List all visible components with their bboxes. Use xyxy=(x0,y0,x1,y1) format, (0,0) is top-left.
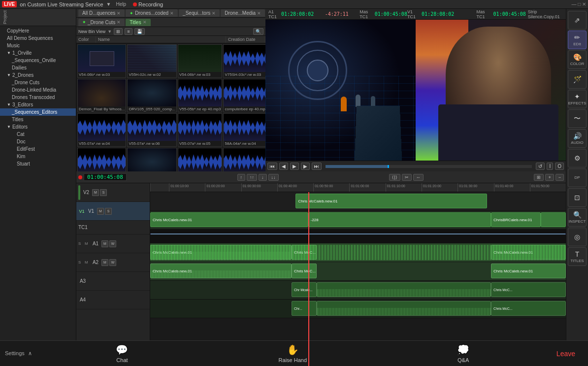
square-btn[interactable]: ⊡ xyxy=(568,188,587,207)
raise-hand-btn[interactable]: ✋ Raise Hand xyxy=(207,342,378,365)
splice-btn[interactable]: ↓ xyxy=(259,174,267,181)
search-btn[interactable]: 🔍 xyxy=(253,28,263,35)
edit-btn[interactable]: ✏ EDIt xyxy=(568,31,587,49)
tree-item-editors[interactable]: ▼ Editors xyxy=(0,123,76,131)
tree-item-drones-transcoded[interactable]: Drones Transcoded xyxy=(0,94,76,101)
thumb-item[interactable]: ORV105_055 050_comp... xyxy=(127,148,177,171)
a1-clip2[interactable]: Chris McC... xyxy=(292,245,317,260)
a1-mute-btn[interactable]: M xyxy=(101,240,108,247)
thumb-item[interactable]: V55-07c*.ne w.03 xyxy=(77,148,126,171)
tree-item-titles[interactable]: Titles xyxy=(0,116,76,123)
v1-clip1[interactable]: Chris McCaleb.new.01 xyxy=(150,212,308,227)
tab-close-icon[interactable]: ✕ xyxy=(257,11,261,16)
record-monitor[interactable] xyxy=(416,20,566,161)
thumb-item[interactable]: V55H-02c.ne w.02 xyxy=(127,44,177,78)
a2-clip1[interactable]: Chris McCaleb.new.01 xyxy=(150,264,292,278)
wave-btn[interactable]: 〜 xyxy=(568,109,587,128)
thumb-item[interactable]: V54-06b*.ne w.03 xyxy=(77,44,126,78)
qa-btn[interactable]: 💭 Q&A xyxy=(378,342,549,365)
grid-view-btn[interactable]: ⊞ xyxy=(114,28,123,35)
bin-tab-titles[interactable]: Titles ✕ xyxy=(126,19,151,26)
bin-tab-dronecuts[interactable]: ✦ _Drone Cuts ✕ xyxy=(78,19,125,26)
target-btn[interactable]: ◎ xyxy=(568,228,587,246)
rewind-to-start-btn[interactable]: ⏮ xyxy=(267,163,277,170)
a2-clip3[interactable]: Chris McCaleb.new.01 xyxy=(491,264,566,278)
thumb-item[interactable]: V55-05b*.ne ep 40.mp3 xyxy=(178,79,223,112)
color-btn[interactable]: 🎨 COLOR xyxy=(568,50,587,69)
tree-item-music[interactable]: Music xyxy=(0,42,76,49)
lift-btn[interactable]: ↑ xyxy=(237,174,246,181)
v2-solo-btn[interactable]: S xyxy=(100,189,107,196)
v1-solo-btn[interactable]: S xyxy=(105,208,112,215)
a1-clip1[interactable]: Chris McCaleb.new.01 xyxy=(150,245,292,260)
a2-waveform-btn[interactable]: W xyxy=(109,259,116,266)
tree-item-stuart[interactable]: Stuart xyxy=(0,160,76,167)
thumb-item[interactable]: Demon_Float By Whoos... xyxy=(77,79,126,112)
zoom-in-btn[interactable]: + xyxy=(545,174,554,181)
v1-clip2[interactable]: -228 xyxy=(308,212,491,227)
save-btn[interactable]: 💾 xyxy=(134,28,145,35)
bin-tab-sequitors[interactable]: _Sequi...tors ✕ xyxy=(179,9,220,17)
wand-btn[interactable]: 🪄 xyxy=(568,70,587,89)
a1-clip3[interactable]: Chris McCaleb.new.01 xyxy=(491,245,566,260)
overwrite-btn[interactable]: ↓↓ xyxy=(268,174,279,181)
v2-mute-btn[interactable]: M xyxy=(92,189,99,196)
zoom-fit-btn[interactable]: ⊞ xyxy=(534,174,544,181)
tree-item-seq-orville[interactable]: _Sequences_Orville xyxy=(0,57,76,64)
tab-close-icon[interactable]: ✕ xyxy=(212,11,216,16)
fast-fwd-btn[interactable]: ⏭ xyxy=(312,163,322,170)
a2-clip2[interactable]: Chris McC... xyxy=(292,264,317,278)
tree-item-alldemo[interactable]: All Demo Sequences xyxy=(0,34,76,42)
tree-item-doc[interactable]: Doc xyxy=(0,138,76,145)
tab-close-icon[interactable]: ✕ xyxy=(117,20,121,25)
leave-btn[interactable]: Leave xyxy=(549,347,583,361)
v1-mute-btn[interactable]: M xyxy=(97,208,104,215)
in-point-btn[interactable]: I xyxy=(547,163,553,170)
extract-btn[interactable]: ↑↑ xyxy=(247,174,257,181)
tree-item-drone-cuts[interactable]: _Drone Cuts xyxy=(0,79,76,86)
chat-btn[interactable]: 💬 Chat xyxy=(37,342,207,365)
thumb-item[interactable]: Orville Pilot LtltEffects... xyxy=(223,148,265,171)
zoom-out-btn[interactable]: − xyxy=(555,174,564,181)
tab-close-icon[interactable]: ✕ xyxy=(117,11,121,16)
window-controls[interactable]: — □ ✕ xyxy=(571,1,586,7)
v2-clip1[interactable]: Chris McCaleb.new.01 xyxy=(295,194,487,208)
thumb-item[interactable]: 58A-04a*.ne w.04 xyxy=(223,113,265,147)
play-btn[interactable]: ▶ xyxy=(290,163,299,170)
thumb-item[interactable]: V75SH-03c*.ne w.03 xyxy=(223,44,265,78)
a4-clip3[interactable]: Chris McC... xyxy=(491,301,566,316)
slip-btn[interactable]: ↔ xyxy=(413,174,424,181)
tree-item-dailies[interactable]: Dailies xyxy=(0,64,76,71)
a3-clip3[interactable]: Chris McC... xyxy=(491,282,566,297)
v1-clip3[interactable]: ChrisBRCaleb.new.01 xyxy=(491,212,541,227)
thumb-item[interactable]: V55-07a*.ne w.04 xyxy=(77,113,126,147)
bin-tab-alldquences[interactable]: All D...quences ✕ xyxy=(78,9,125,17)
a2-mute-btn[interactable]: M xyxy=(101,259,108,266)
settings-chevron-icon[interactable]: ∧ xyxy=(28,350,32,356)
thumb-item[interactable]: V54-06b*.ne w.03 xyxy=(178,44,223,78)
thumb-item[interactable]: V55-07a*.ne w.05 xyxy=(178,113,223,147)
tree-item-orville[interactable]: ▼ 1_Orville xyxy=(0,49,76,57)
thumb-item[interactable]: V55-07c*.ne w.04 xyxy=(178,148,223,171)
audio-btn[interactable]: 🔊 AUDIO xyxy=(568,129,587,148)
tree-item-seq-editors[interactable]: _Sequences_Editors xyxy=(0,108,76,116)
tree-item-drones[interactable]: ▼ 2_Drones xyxy=(0,71,76,79)
tree-item-copyhere[interactable]: CopyHere xyxy=(0,27,76,34)
tree-item-cat[interactable]: Cat xyxy=(0,131,76,138)
dp-btn[interactable]: DP xyxy=(568,168,587,187)
thumb-item[interactable]: V55-07a*.ne w.06 xyxy=(127,113,177,147)
inspect-btn[interactable]: 🔍 INSPECT xyxy=(568,208,587,227)
gear-btn[interactable]: ⚙ xyxy=(568,149,587,167)
dropdown-arrow[interactable]: ▼ xyxy=(106,1,111,7)
a3-clip2[interactable] xyxy=(317,282,491,297)
feather-btn[interactable]: ⇗ xyxy=(568,11,587,30)
a4-clip1[interactable]: Chr... xyxy=(292,301,317,316)
effects-btn[interactable]: ✦ EFFECTS xyxy=(568,90,587,108)
source-monitor[interactable]: Orville 105 Fina...36 100317.new.02 xyxy=(265,20,416,161)
v1-clip4[interactable] xyxy=(541,212,566,227)
tree-item-kim[interactable]: Kim xyxy=(0,153,76,160)
list-view-btn[interactable]: ≡ xyxy=(125,28,132,35)
bin-tab-dronemedia[interactable]: Drone...Media ✕ xyxy=(221,9,265,17)
step-back-btn[interactable]: ◀ xyxy=(279,163,288,170)
bin-tab-dronescoded[interactable]: ✦ Drones...coded ✕ xyxy=(126,9,178,17)
